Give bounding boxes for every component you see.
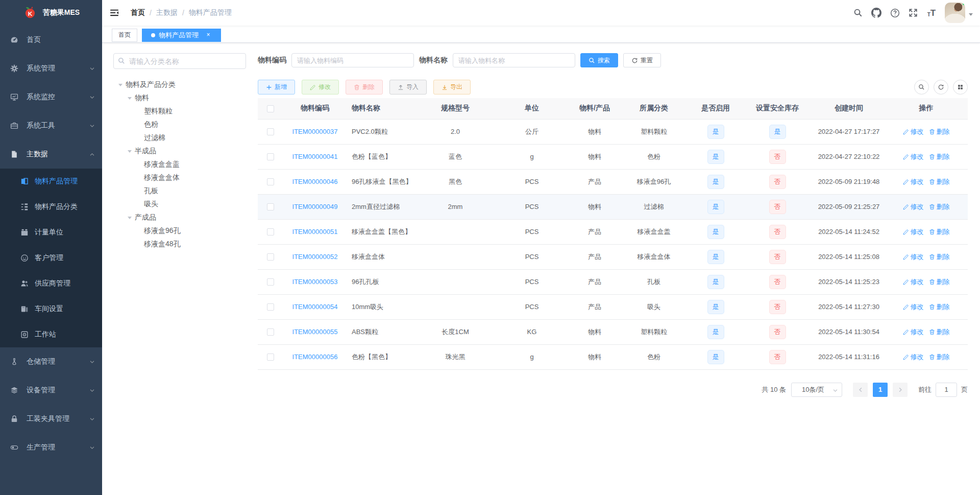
row-checkbox[interactable] xyxy=(267,303,274,311)
select-all-checkbox[interactable] xyxy=(267,105,274,112)
sidebar-item-5[interactable]: 仓储管理 xyxy=(0,347,102,376)
tree-caret-icon[interactable] xyxy=(125,95,135,102)
tree-caret-icon[interactable] xyxy=(115,82,126,88)
delete-link[interactable]: 删除 xyxy=(929,202,950,211)
tool-search-button[interactable] xyxy=(914,80,929,95)
delete-link[interactable]: 删除 xyxy=(929,327,950,337)
row-checkbox[interactable] xyxy=(267,253,274,261)
修改-button[interactable]: 修改 xyxy=(302,80,339,95)
导出-button[interactable]: 导出 xyxy=(433,80,471,95)
edit-link[interactable]: 修改 xyxy=(903,352,924,362)
delete-link[interactable]: 删除 xyxy=(929,302,950,312)
tool-refresh-button[interactable] xyxy=(934,80,948,95)
row-checkbox[interactable] xyxy=(267,278,274,286)
sidebar-subitem-5[interactable]: 车间设置 xyxy=(0,296,102,322)
row-checkbox[interactable] xyxy=(267,203,274,210)
edit-link[interactable]: 修改 xyxy=(903,177,924,186)
code-link[interactable]: ITEM00000054 xyxy=(292,303,338,311)
code-link[interactable]: ITEM00000051 xyxy=(292,228,338,235)
search-button[interactable]: 搜索 xyxy=(580,53,618,67)
tree-node-3[interactable]: 色粉 xyxy=(113,118,246,131)
tree-node-1[interactable]: 物料 xyxy=(113,91,246,105)
tree-caret-icon[interactable] xyxy=(125,148,135,155)
sidebar-subitem-6[interactable]: 工作站 xyxy=(0,322,102,347)
user-menu[interactable] xyxy=(945,3,973,23)
sidebar-subitem-0[interactable]: 物料产品管理 xyxy=(0,169,102,194)
row-checkbox[interactable] xyxy=(267,228,274,235)
sidebar-item-8[interactable]: 生产管理 xyxy=(0,433,102,462)
code-link[interactable]: ITEM00000053 xyxy=(292,278,338,286)
hamburger-icon[interactable] xyxy=(102,0,127,26)
sidebar-subitem-4[interactable]: 供应商管理 xyxy=(0,271,102,296)
tab-close-icon[interactable]: × xyxy=(205,32,212,39)
code-link[interactable]: ITEM00000046 xyxy=(292,178,338,185)
tree-node-9[interactable]: 吸头 xyxy=(113,198,246,211)
code-link[interactable]: ITEM00000056 xyxy=(292,353,338,361)
search-icon[interactable] xyxy=(849,0,867,26)
tree-node-2[interactable]: 塑料颗粒 xyxy=(113,105,246,118)
goto-input[interactable] xyxy=(936,383,957,397)
row-checkbox[interactable] xyxy=(267,153,274,160)
filter-input-0[interactable] xyxy=(291,53,414,67)
sidebar-item-3[interactable]: 系统工具 xyxy=(0,111,102,140)
新增-button[interactable]: 新增 xyxy=(258,80,295,95)
delete-link[interactable]: 删除 xyxy=(929,127,950,136)
tree-node-0[interactable]: 物料及产品分类 xyxy=(113,78,246,91)
breadcrumb-item-0[interactable]: 首页 xyxy=(131,8,145,17)
code-link[interactable]: ITEM00000052 xyxy=(292,253,338,261)
fullscreen-icon[interactable] xyxy=(904,0,922,26)
edit-link[interactable]: 修改 xyxy=(903,152,924,161)
delete-link[interactable]: 删除 xyxy=(929,277,950,287)
edit-link[interactable]: 修改 xyxy=(903,227,924,237)
next-page-button[interactable] xyxy=(893,383,908,397)
sidebar-item-7[interactable]: 工装夹具管理 xyxy=(0,405,102,433)
edit-link[interactable]: 修改 xyxy=(903,327,924,337)
sidebar-item-4[interactable]: 主数据 xyxy=(0,140,102,169)
edit-link[interactable]: 修改 xyxy=(903,127,924,136)
tree-node-11[interactable]: 移液盒96孔 xyxy=(113,224,246,238)
code-link[interactable]: ITEM00000037 xyxy=(292,128,338,135)
sidebar-subitem-2[interactable]: 计量单位 xyxy=(0,220,102,245)
delete-link[interactable]: 删除 xyxy=(929,252,950,262)
delete-link[interactable]: 删除 xyxy=(929,177,950,186)
sidebar-subitem-3[interactable]: 客户管理 xyxy=(0,245,102,271)
delete-link[interactable]: 删除 xyxy=(929,152,950,161)
tab-1[interactable]: 物料产品管理× xyxy=(142,29,221,42)
page-size-select[interactable]: 10条/页 xyxy=(791,383,842,397)
row-checkbox[interactable] xyxy=(267,328,274,336)
sidebar-item-0[interactable]: 首页 xyxy=(0,26,102,54)
导入-button[interactable]: 导入 xyxy=(389,80,427,95)
sidebar-item-6[interactable]: 设备管理 xyxy=(0,376,102,405)
edit-link[interactable]: 修改 xyxy=(903,302,924,312)
code-link[interactable]: ITEM00000041 xyxy=(292,153,338,160)
app-logo[interactable]: K 苦糖果MES xyxy=(0,0,102,26)
edit-link[interactable]: 修改 xyxy=(903,277,924,287)
tree-node-6[interactable]: 移液盒盒盖 xyxy=(113,158,246,171)
code-link[interactable]: ITEM00000049 xyxy=(292,203,338,210)
tree-node-12[interactable]: 移液盒48孔 xyxy=(113,238,246,251)
delete-link[interactable]: 删除 xyxy=(929,352,950,362)
font-size-icon[interactable]: TT xyxy=(922,0,941,26)
prev-page-button[interactable] xyxy=(853,383,868,397)
delete-link[interactable]: 删除 xyxy=(929,227,950,237)
row-checkbox[interactable] xyxy=(267,128,274,135)
tree-search-input[interactable] xyxy=(113,53,246,69)
github-icon[interactable] xyxy=(867,0,886,26)
tree-node-5[interactable]: 半成品 xyxy=(113,145,246,158)
tree-node-7[interactable]: 移液盒盒体 xyxy=(113,171,246,184)
tree-node-4[interactable]: 过滤棉 xyxy=(113,131,246,145)
tab-0[interactable]: 首页 xyxy=(112,29,137,42)
avatar[interactable] xyxy=(945,3,965,23)
help-icon[interactable] xyxy=(886,0,904,26)
tree-caret-icon[interactable] xyxy=(125,215,135,221)
sidebar-subitem-1[interactable]: 物料产品分类 xyxy=(0,194,102,220)
edit-link[interactable]: 修改 xyxy=(903,252,924,262)
row-checkbox[interactable] xyxy=(267,353,274,361)
tree-node-8[interactable]: 孔板 xyxy=(113,184,246,198)
filter-input-1[interactable] xyxy=(453,53,575,67)
sidebar-item-2[interactable]: 系统监控 xyxy=(0,83,102,111)
tree-node-10[interactable]: 产成品 xyxy=(113,211,246,224)
page-1-button[interactable]: 1 xyxy=(873,383,888,397)
reset-button[interactable]: 重置 xyxy=(623,53,661,67)
edit-link[interactable]: 修改 xyxy=(903,202,924,211)
